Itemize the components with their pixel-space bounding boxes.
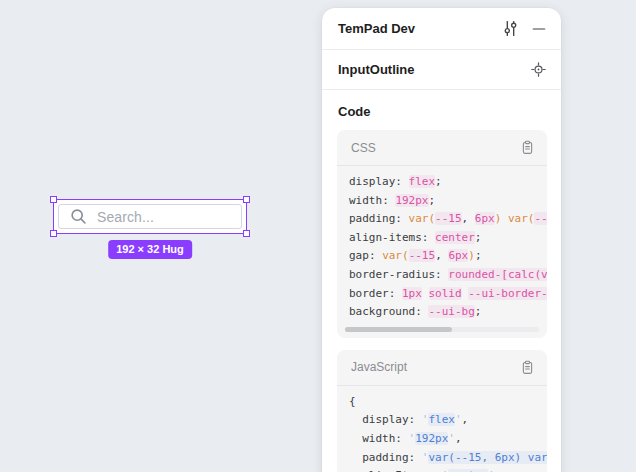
code-line: border: 1px solid --ui-border- [349,285,535,304]
code-block-label: CSS [351,141,520,155]
code-line: align-items: center; [349,229,535,248]
selection-handle-bottom-right[interactable] [243,230,250,237]
code-section-title: Code [322,90,561,130]
search-placeholder: Search... [97,209,154,225]
code-line: { [349,393,535,412]
selection-handle-bottom-left[interactable] [50,230,57,237]
copy-clipboard-icon[interactable] [520,140,535,155]
component-name: InputOutline [338,62,531,77]
code-line: alignItems: 'center', [349,467,535,472]
locate-crosshair-icon[interactable] [531,62,546,77]
search-input[interactable]: Search... [58,204,242,229]
code-blocks-container: CSSdisplay: flex;width: 192px;padding: v… [322,130,561,472]
code-text: { display: 'flex', width: '192px', paddi… [337,386,547,472]
code-line: background: --ui-bg; [349,303,535,322]
settings-sliders-icon[interactable] [502,20,519,37]
code-line: display: 'flex', [349,411,535,430]
selection-handle-top-right[interactable] [243,196,250,203]
code-line: gap: var(--15, 6px); [349,247,535,266]
code-line: padding: 'var(--15, 6px) var [349,449,535,468]
panel-header: TemPad Dev [322,8,561,50]
code-block-header: CSS [337,130,547,166]
javascript-code-block: JavaScript{ display: 'flex', width: '192… [337,350,547,472]
component-row: InputOutline [322,50,561,90]
panel-title: TemPad Dev [338,21,502,36]
css-code-block: CSSdisplay: flex;width: 192px;padding: v… [337,130,547,338]
code-text: display: flex;width: 192px;padding: var(… [337,166,547,324]
minimize-icon[interactable] [532,22,546,36]
selected-component[interactable]: Search... 192 × 32 Hug [54,200,246,233]
code-line: border-radius: rounded-[calc(var( [349,266,535,285]
dimensions-badge: 192 × 32 Hug [108,240,192,259]
code-line: width: 192px; [349,192,535,211]
code-line: display: flex; [349,173,535,192]
code-block-header: JavaScript [337,350,547,386]
code-line: padding: var(--15, 6px) var(-- [349,210,535,229]
tempad-dev-panel: TemPad Dev InputOutline [322,8,561,472]
horizontal-scrollbar [345,327,539,332]
code-line: width: '192px', [349,430,535,449]
selection-handle-top-left[interactable] [50,196,57,203]
scrollbar-thumb[interactable] [345,327,452,332]
copy-clipboard-icon[interactable] [520,360,535,375]
search-icon [69,207,88,226]
code-block-label: JavaScript [351,360,520,374]
